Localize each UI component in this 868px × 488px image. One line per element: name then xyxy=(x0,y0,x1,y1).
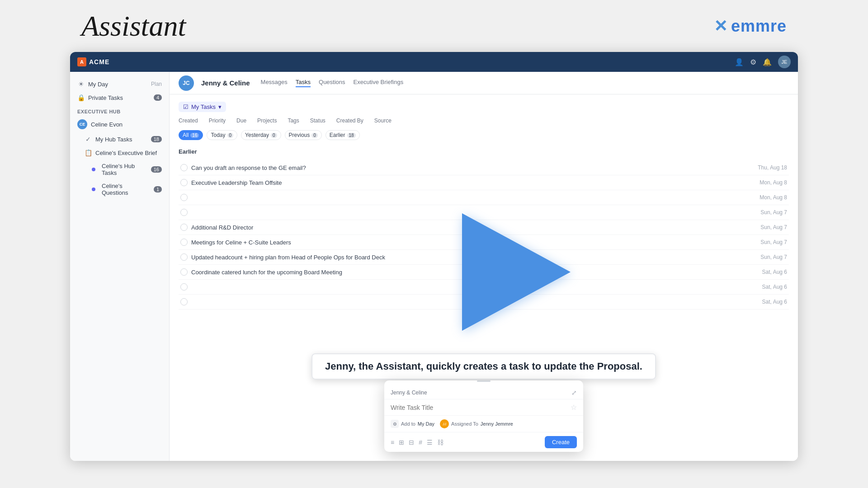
modal-input-area: ☆ xyxy=(384,399,583,415)
sidebar-item-celine-evon[interactable]: CE Celine Evon xyxy=(70,116,169,132)
brief-icon: 📋 xyxy=(85,149,92,156)
sidebar-item-celines-brief[interactable]: 📋 Celine's Executive Brief xyxy=(70,146,169,160)
all-filter-count: 16 xyxy=(190,133,199,138)
settings-small-icon: ⚙ xyxy=(391,420,399,428)
sidebar: ☀ My Day Plan 🔒 Private Tasks 4 Executiv… xyxy=(70,72,170,461)
task-checkbox-1[interactable] xyxy=(180,164,188,171)
task-date-9: Sat, Aug 6 xyxy=(762,284,787,290)
filter-earlier[interactable]: Earlier 18 xyxy=(326,130,360,140)
task-checkbox-4[interactable] xyxy=(180,209,188,216)
celine-evon-label: Celine Evon xyxy=(91,121,162,128)
task-checkbox-3[interactable] xyxy=(180,194,188,201)
celines-hub-tasks-count: 16 xyxy=(151,166,162,173)
bell-icon[interactable]: 🔔 xyxy=(763,58,772,66)
celines-hub-tasks-label: Celine's Hub Tasks xyxy=(102,163,147,176)
tasks-area: ☑ My Tasks ▾ Created Priority Due Projec… xyxy=(170,94,798,461)
sidebar-item-celines-questions[interactable]: Celine's Questions 1 xyxy=(70,179,169,199)
add-to-label: Add to xyxy=(401,421,415,427)
yesterday-filter-count: 0 xyxy=(271,133,277,138)
created-col-label: Created xyxy=(179,117,198,124)
column-headers-row: Created Priority Due Projects Tags Statu… xyxy=(179,117,789,124)
settings-icon[interactable]: ⚙ xyxy=(750,58,756,66)
task-checkbox-8[interactable] xyxy=(180,268,188,276)
grid-icon[interactable]: ⊟ xyxy=(409,439,414,446)
filter-buttons-row: All 16 Today 0 Yesterday 0 Previous xyxy=(179,130,789,140)
table-row[interactable]: Mon, Aug 8 xyxy=(179,190,789,205)
align-left-icon[interactable]: ≡ xyxy=(391,439,394,446)
filter-today[interactable]: Today 0 xyxy=(207,130,237,140)
tab-messages[interactable]: Messages xyxy=(261,79,288,87)
link-icon[interactable]: ⛓ xyxy=(437,439,443,446)
table-row[interactable]: Executive Leadership Team Offsite Mon, A… xyxy=(179,175,789,190)
task-date-5: Sun, Aug 7 xyxy=(760,224,787,230)
app-window: A ACME 👤 ⚙ 🔔 JE ☀ My Day Plan xyxy=(70,52,798,461)
projects-col-label: Projects xyxy=(257,117,277,124)
task-checkbox-5[interactable] xyxy=(180,224,188,231)
modal-header: Jenny & Celine ⤢ xyxy=(384,385,583,399)
filter-yesterday[interactable]: Yesterday 0 xyxy=(241,130,281,140)
hash-icon[interactable]: # xyxy=(419,439,422,446)
task-date-3: Mon, Aug 8 xyxy=(760,194,787,201)
task-checkbox-10[interactable] xyxy=(180,298,188,305)
filter-previous[interactable]: Previous 0 xyxy=(285,130,322,140)
today-filter-label: Today xyxy=(211,132,225,138)
my-tasks-dropdown[interactable]: ☑ My Tasks ▾ xyxy=(179,102,226,112)
modal-expand-icon[interactable]: ⤢ xyxy=(571,389,577,396)
nav-icons: 👤 ⚙ 🔔 JE xyxy=(735,56,791,68)
nav-logo-icon: A xyxy=(77,57,86,66)
tags-col-label: Tags xyxy=(288,117,299,124)
executive-hub-title: Executive Hub xyxy=(70,104,169,116)
my-tasks-checkbox-icon: ☑ xyxy=(183,103,189,110)
content-header: JC Jenny & Celine Messages Tasks Questio… xyxy=(170,72,798,94)
header-title: Jenny & Celine xyxy=(201,79,250,87)
assigned-to-field[interactable]: JJ Assigned To Jenny Jemmre xyxy=(440,419,513,428)
nav-avatar[interactable]: JE xyxy=(778,56,791,68)
my-tasks-label: My Tasks xyxy=(191,103,216,110)
modal-meta: ⚙ Add to My Day JJ Assigned To Jenny Jem… xyxy=(384,415,583,432)
star-icon[interactable]: ☆ xyxy=(571,403,577,412)
modal-toolbar: ≡ ⊞ ⊟ # ☰ ⛓ xyxy=(391,439,443,446)
filter-all[interactable]: All 16 xyxy=(179,130,203,140)
tab-executive-briefings[interactable]: Executive Briefings xyxy=(354,79,404,87)
task-checkbox-6[interactable] xyxy=(180,239,188,246)
create-button[interactable]: Create xyxy=(545,436,577,448)
caption-overlay: Jenny, the Assistant, quickly creates a … xyxy=(311,353,656,380)
my-hub-tasks-count: 18 xyxy=(151,136,162,142)
task-title-input[interactable] xyxy=(391,404,571,411)
table-icon[interactable]: ⊞ xyxy=(399,439,404,446)
task-date-10: Sat, Aug 6 xyxy=(762,299,787,305)
header-tabs: Messages Tasks Questions Executive Brief… xyxy=(261,79,404,87)
task-creation-modal: Jenny & Celine ⤢ ☆ ⚙ Add xyxy=(384,380,583,452)
earlier-filter-label: Earlier xyxy=(330,132,345,138)
task-date-4: Sun, Aug 7 xyxy=(760,209,787,216)
task-date-1: Thu, Aug 18 xyxy=(758,164,787,171)
sun-icon: ☀ xyxy=(77,80,85,88)
add-to-value: My Day xyxy=(418,421,434,427)
sidebar-item-my-hub-tasks[interactable]: ✓ My Hub Tasks 18 xyxy=(70,132,169,146)
tab-tasks[interactable]: Tasks xyxy=(296,79,311,87)
add-to-field[interactable]: ⚙ Add to My Day xyxy=(391,420,434,428)
play-button-overlay[interactable] xyxy=(462,213,571,331)
task-checkbox-2[interactable] xyxy=(180,179,188,186)
table-row[interactable]: Can you draft an response to the GE emai… xyxy=(179,160,789,175)
private-tasks-count: 4 xyxy=(154,94,162,101)
my-day-plan[interactable]: Plan xyxy=(151,81,162,87)
earlier-section-label: Earlier xyxy=(179,146,789,157)
celine-avatar: CE xyxy=(77,119,87,129)
previous-filter-label: Previous xyxy=(289,132,310,138)
sidebar-item-celines-hub-tasks[interactable]: Celine's Hub Tasks 16 xyxy=(70,160,169,179)
source-col-label: Source xyxy=(374,117,392,124)
list-icon[interactable]: ☰ xyxy=(427,439,433,446)
tab-questions[interactable]: Questions xyxy=(319,79,345,87)
task-checkbox-7[interactable] xyxy=(180,253,188,261)
task-checkbox-9[interactable] xyxy=(180,283,188,291)
celines-questions-label: Celine's Questions xyxy=(102,183,150,196)
task-date-6: Sun, Aug 7 xyxy=(760,239,787,245)
status-col-label: Status xyxy=(310,117,326,124)
user-icon[interactable]: 👤 xyxy=(735,58,744,66)
previous-filter-count: 0 xyxy=(311,133,318,138)
sidebar-item-private-tasks[interactable]: 🔒 Private Tasks 4 xyxy=(70,91,169,104)
sidebar-item-my-day[interactable]: ☀ My Day Plan xyxy=(70,77,169,91)
celines-brief-label: Celine's Executive Brief xyxy=(95,150,162,156)
questions-dot xyxy=(92,188,95,191)
